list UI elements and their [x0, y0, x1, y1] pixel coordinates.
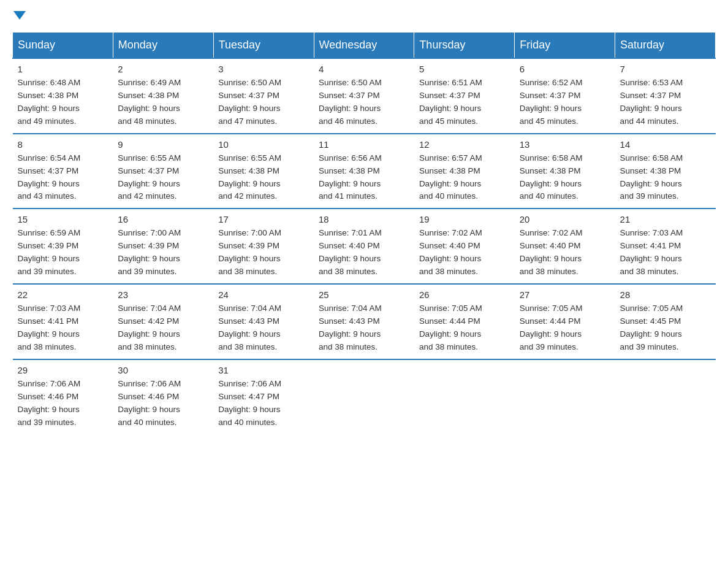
calendar-cell: 14 Sunrise: 6:58 AMSunset: 4:38 PMDaylig… [615, 134, 716, 209]
day-number: 15 [18, 214, 108, 224]
calendar-cell: 24 Sunrise: 7:04 AMSunset: 4:43 PMDaylig… [213, 284, 314, 359]
day-number: 12 [419, 139, 510, 150]
calendar-cell: 15 Sunrise: 6:59 AMSunset: 4:39 PMDaylig… [13, 209, 113, 284]
weekday-header-tuesday: Tuesday [213, 33, 314, 59]
weekday-header-saturday: Saturday [615, 33, 716, 59]
day-number: 9 [118, 139, 208, 150]
day-number: 13 [520, 139, 610, 150]
calendar-week-4: 22 Sunrise: 7:03 AMSunset: 4:41 PMDaylig… [13, 284, 716, 359]
day-number: 6 [520, 64, 610, 74]
day-info: Sunrise: 7:00 AMSunset: 4:39 PMDaylight:… [118, 227, 208, 278]
day-info: Sunrise: 6:58 AMSunset: 4:38 PMDaylight:… [620, 152, 711, 204]
calendar-cell: 17 Sunrise: 7:00 AMSunset: 4:39 PMDaylig… [213, 209, 314, 284]
day-number: 10 [218, 139, 309, 150]
day-info: Sunrise: 6:58 AMSunset: 4:38 PMDaylight:… [520, 152, 610, 204]
calendar-cell: 2 Sunrise: 6:49 AMSunset: 4:38 PMDayligh… [113, 58, 213, 134]
calendar-week-3: 15 Sunrise: 6:59 AMSunset: 4:39 PMDaylig… [13, 209, 716, 284]
day-number: 31 [218, 365, 309, 375]
calendar-cell: 18 Sunrise: 7:01 AMSunset: 4:40 PMDaylig… [314, 209, 414, 284]
calendar-cell: 31 Sunrise: 7:06 AMSunset: 4:47 PMDaylig… [213, 359, 314, 434]
day-info: Sunrise: 7:04 AMSunset: 4:43 PMDaylight:… [218, 302, 309, 354]
calendar-week-1: 1 Sunrise: 6:48 AMSunset: 4:38 PMDayligh… [13, 58, 716, 134]
day-info: Sunrise: 6:55 AMSunset: 4:37 PMDaylight:… [118, 152, 208, 204]
calendar-cell: 27 Sunrise: 7:05 AMSunset: 4:44 PMDaylig… [515, 284, 615, 359]
day-number: 24 [218, 289, 309, 300]
day-number: 3 [218, 64, 309, 74]
day-info: Sunrise: 7:06 AMSunset: 4:46 PMDaylight:… [118, 378, 208, 429]
day-info: Sunrise: 7:05 AMSunset: 4:45 PMDaylight:… [620, 302, 711, 354]
day-number: 26 [419, 289, 510, 300]
weekday-header-wednesday: Wednesday [314, 33, 414, 59]
day-number: 22 [18, 289, 108, 300]
day-info: Sunrise: 6:56 AMSunset: 4:38 PMDaylight:… [319, 152, 409, 204]
calendar-cell: 9 Sunrise: 6:55 AMSunset: 4:37 PMDayligh… [113, 134, 213, 209]
calendar-cell: 30 Sunrise: 7:06 AMSunset: 4:46 PMDaylig… [113, 359, 213, 434]
calendar-table: SundayMondayTuesdayWednesdayThursdayFrid… [12, 32, 716, 434]
calendar-cell: 12 Sunrise: 6:57 AMSunset: 4:38 PMDaylig… [414, 134, 515, 209]
day-number: 23 [118, 289, 208, 300]
day-number: 2 [118, 64, 208, 74]
day-info: Sunrise: 6:49 AMSunset: 4:38 PMDaylight:… [118, 77, 208, 128]
day-number: 19 [419, 214, 510, 224]
day-info: Sunrise: 7:00 AMSunset: 4:39 PMDaylight:… [218, 227, 309, 278]
day-number: 27 [520, 289, 610, 300]
page-header [12, 12, 716, 21]
calendar-cell: 4 Sunrise: 6:50 AMSunset: 4:37 PMDayligh… [314, 58, 414, 134]
day-number: 18 [319, 214, 409, 224]
day-info: Sunrise: 6:59 AMSunset: 4:39 PMDaylight:… [18, 227, 108, 278]
day-info: Sunrise: 7:02 AMSunset: 4:40 PMDaylight:… [520, 227, 610, 278]
calendar-cell: 29 Sunrise: 7:06 AMSunset: 4:46 PMDaylig… [13, 359, 113, 434]
calendar-cell: 23 Sunrise: 7:04 AMSunset: 4:42 PMDaylig… [113, 284, 213, 359]
calendar-cell: 6 Sunrise: 6:52 AMSunset: 4:37 PMDayligh… [515, 58, 615, 134]
day-info: Sunrise: 7:06 AMSunset: 4:46 PMDaylight:… [18, 378, 108, 429]
calendar-cell: 25 Sunrise: 7:04 AMSunset: 4:43 PMDaylig… [314, 284, 414, 359]
day-number: 1 [18, 64, 108, 74]
day-info: Sunrise: 6:50 AMSunset: 4:37 PMDaylight:… [319, 77, 409, 128]
calendar-cell: 11 Sunrise: 6:56 AMSunset: 4:38 PMDaylig… [314, 134, 414, 209]
day-info: Sunrise: 6:54 AMSunset: 4:37 PMDaylight:… [18, 152, 108, 204]
day-info: Sunrise: 6:55 AMSunset: 4:38 PMDaylight:… [218, 152, 309, 204]
calendar-cell: 3 Sunrise: 6:50 AMSunset: 4:37 PMDayligh… [213, 58, 314, 134]
day-number: 17 [218, 214, 309, 224]
calendar-cell: 22 Sunrise: 7:03 AMSunset: 4:41 PMDaylig… [13, 284, 113, 359]
calendar-cell: 1 Sunrise: 6:48 AMSunset: 4:38 PMDayligh… [13, 58, 113, 134]
calendar-cell: 16 Sunrise: 7:00 AMSunset: 4:39 PMDaylig… [113, 209, 213, 284]
day-info: Sunrise: 7:03 AMSunset: 4:41 PMDaylight:… [620, 227, 711, 278]
calendar-week-2: 8 Sunrise: 6:54 AMSunset: 4:37 PMDayligh… [13, 134, 716, 209]
day-number: 30 [118, 365, 208, 375]
day-info: Sunrise: 6:53 AMSunset: 4:37 PMDaylight:… [620, 77, 711, 128]
weekday-header-monday: Monday [113, 33, 213, 59]
calendar-cell: 8 Sunrise: 6:54 AMSunset: 4:37 PMDayligh… [13, 134, 113, 209]
calendar-header-row: SundayMondayTuesdayWednesdayThursdayFrid… [13, 33, 716, 59]
calendar-cell: 28 Sunrise: 7:05 AMSunset: 4:45 PMDaylig… [615, 284, 716, 359]
calendar-cell [314, 359, 414, 434]
day-info: Sunrise: 7:05 AMSunset: 4:44 PMDaylight:… [419, 302, 510, 354]
day-info: Sunrise: 6:51 AMSunset: 4:37 PMDaylight:… [419, 77, 510, 128]
day-number: 29 [18, 365, 108, 375]
day-info: Sunrise: 7:04 AMSunset: 4:42 PMDaylight:… [118, 302, 208, 354]
day-number: 11 [319, 139, 409, 150]
calendar-cell: 13 Sunrise: 6:58 AMSunset: 4:38 PMDaylig… [515, 134, 615, 209]
calendar-week-5: 29 Sunrise: 7:06 AMSunset: 4:46 PMDaylig… [13, 359, 716, 434]
calendar-cell [414, 359, 515, 434]
calendar-cell: 21 Sunrise: 7:03 AMSunset: 4:41 PMDaylig… [615, 209, 716, 284]
day-number: 16 [118, 214, 208, 224]
calendar-cell: 7 Sunrise: 6:53 AMSunset: 4:37 PMDayligh… [615, 58, 716, 134]
day-info: Sunrise: 6:57 AMSunset: 4:38 PMDaylight:… [419, 152, 510, 204]
day-number: 5 [419, 64, 510, 74]
logo-arrow-icon [13, 11, 26, 20]
calendar-cell: 26 Sunrise: 7:05 AMSunset: 4:44 PMDaylig… [414, 284, 515, 359]
calendar-cell: 20 Sunrise: 7:02 AMSunset: 4:40 PMDaylig… [515, 209, 615, 284]
day-number: 21 [620, 214, 711, 224]
day-info: Sunrise: 7:04 AMSunset: 4:43 PMDaylight:… [319, 302, 409, 354]
day-info: Sunrise: 6:48 AMSunset: 4:38 PMDaylight:… [18, 77, 108, 128]
day-number: 4 [319, 64, 409, 74]
day-number: 7 [620, 64, 711, 74]
day-number: 14 [620, 139, 711, 150]
calendar-cell: 10 Sunrise: 6:55 AMSunset: 4:38 PMDaylig… [213, 134, 314, 209]
calendar-cell: 19 Sunrise: 7:02 AMSunset: 4:40 PMDaylig… [414, 209, 515, 284]
calendar-cell [615, 359, 716, 434]
calendar-cell [515, 359, 615, 434]
weekday-header-friday: Friday [515, 33, 615, 59]
day-info: Sunrise: 6:50 AMSunset: 4:37 PMDaylight:… [218, 77, 309, 128]
